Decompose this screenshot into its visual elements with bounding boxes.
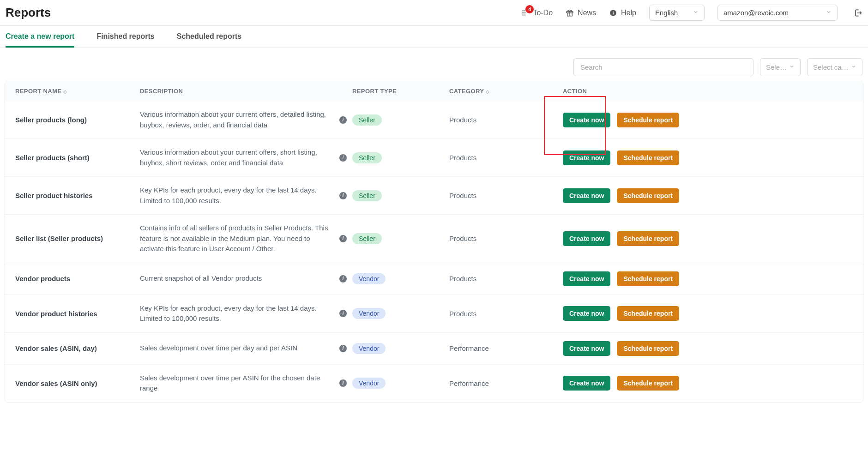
filter-select-1-value: Sele… <box>766 63 787 71</box>
report-type-tag: Vendor <box>352 378 386 389</box>
create-now-button[interactable]: Create now <box>563 376 610 391</box>
schedule-report-button[interactable]: Schedule report <box>617 341 679 356</box>
schedule-report-button[interactable]: Schedule report <box>617 376 679 391</box>
info-icon[interactable]: i <box>339 310 347 317</box>
sort-icon: ◇ <box>63 89 67 94</box>
schedule-report-button[interactable]: Schedule report <box>617 188 679 203</box>
create-now-button[interactable]: Create now <box>563 188 610 203</box>
chevron-down-icon <box>851 64 856 71</box>
report-type-tag: Seller <box>352 233 382 244</box>
chevron-down-icon <box>826 9 832 16</box>
search-input[interactable] <box>573 58 753 76</box>
schedule-report-button[interactable]: Schedule report <box>617 113 679 127</box>
create-now-button[interactable]: Create now <box>563 150 610 165</box>
col-header-name[interactable]: REPORT NAME◇ <box>11 88 140 95</box>
logout-icon[interactable] <box>853 8 862 18</box>
filter-select-2[interactable]: Select ca… <box>807 58 862 76</box>
report-category: Products <box>449 192 563 199</box>
info-icon[interactable]: i <box>339 154 347 162</box>
info-icon[interactable]: i <box>339 345 347 352</box>
account-value: amazon@revoic.com <box>723 9 789 17</box>
info-icon[interactable]: i <box>339 192 347 199</box>
tab-finished-reports[interactable]: Finished reports <box>96 32 154 48</box>
help-link[interactable]: i Help <box>609 9 636 17</box>
tab-scheduled-reports[interactable]: Scheduled reports <box>177 32 241 48</box>
report-description: Various information about your current o… <box>140 147 334 168</box>
col-header-category[interactable]: CATEGORY◇ <box>449 88 563 95</box>
col-header-action: ACTION <box>563 88 857 95</box>
sort-icon: ◇ <box>486 89 489 94</box>
info-icon[interactable]: i <box>339 116 347 124</box>
gift-icon <box>566 9 574 17</box>
report-type-tag: Seller <box>352 152 382 163</box>
chevron-down-icon <box>693 9 699 16</box>
table-row: Seller products (long)Various informatio… <box>5 101 863 139</box>
create-now-button[interactable]: Create now <box>563 341 610 356</box>
tab-create-report[interactable]: Create a new report <box>6 32 74 48</box>
report-type-tag: Vendor <box>352 308 386 319</box>
create-now-button[interactable]: Create now <box>563 113 610 127</box>
todo-badge: 4 <box>525 5 534 13</box>
table-row: Seller list (Seller products)Contains in… <box>5 215 863 263</box>
info-icon[interactable]: i <box>339 275 347 283</box>
report-category: Products <box>449 116 563 124</box>
language-select[interactable]: English <box>649 5 705 21</box>
report-name: Vendor products <box>11 275 140 283</box>
create-now-button[interactable]: Create now <box>563 306 610 321</box>
table-row: Vendor productsCurrent snapshot of all V… <box>5 263 863 295</box>
report-name: Seller product histories <box>11 192 140 199</box>
schedule-report-button[interactable]: Schedule report <box>617 150 679 165</box>
report-category: Products <box>449 310 563 318</box>
report-category: Performance <box>449 379 563 387</box>
info-icon[interactable]: i <box>339 235 347 242</box>
report-type-tag: Seller <box>352 114 382 126</box>
schedule-report-button[interactable]: Schedule report <box>617 271 679 286</box>
report-description: Sales development over time per day and … <box>140 343 334 354</box>
report-name: Vendor sales (ASIN only) <box>11 379 140 387</box>
chevron-down-icon <box>789 64 795 71</box>
table-row: Vendor sales (ASIN, day)Sales developmen… <box>5 333 863 365</box>
filter-select-2-value: Select ca… <box>813 63 849 71</box>
report-description: Various information about your current o… <box>140 109 334 130</box>
table-header: REPORT NAME◇ DESCRIPTION REPORT TYPE CAT… <box>5 81 863 101</box>
report-category: Products <box>449 154 563 162</box>
todo-icon: 4 <box>521 9 529 17</box>
report-category: Products <box>449 275 563 283</box>
report-description: Key KPIs for each product, every day for… <box>140 185 334 206</box>
col-header-type: REPORT TYPE <box>352 88 449 95</box>
account-select[interactable]: amazon@revoic.com <box>717 5 838 21</box>
schedule-report-button[interactable]: Schedule report <box>617 306 679 321</box>
news-label: News <box>578 9 596 17</box>
todo-link[interactable]: 4 To-Do <box>521 9 553 17</box>
report-name: Vendor product histories <box>11 310 140 318</box>
reports-table: REPORT NAME◇ DESCRIPTION REPORT TYPE CAT… <box>5 81 863 403</box>
table-row: Seller product historiesKey KPIs for eac… <box>5 177 863 215</box>
report-category: Products <box>449 235 563 242</box>
report-description: Sales development over time per ASIN for… <box>140 373 334 394</box>
create-now-button[interactable]: Create now <box>563 231 610 246</box>
filter-select-1[interactable]: Sele… <box>760 58 801 76</box>
info-icon[interactable]: i <box>339 379 347 387</box>
report-type-tag: Vendor <box>352 273 386 284</box>
report-type-tag: Vendor <box>352 343 386 354</box>
help-label: Help <box>621 9 636 17</box>
page-title: Reports <box>6 6 51 20</box>
svg-text:i: i <box>613 10 614 15</box>
table-row: Vendor sales (ASIN only)Sales developmen… <box>5 365 863 402</box>
language-value: English <box>655 9 678 17</box>
report-category: Performance <box>449 344 563 352</box>
col-header-desc: DESCRIPTION <box>140 88 352 95</box>
table-row: Seller products (short)Various informati… <box>5 139 863 177</box>
news-link[interactable]: News <box>566 9 596 17</box>
todo-label: To-Do <box>533 9 553 17</box>
report-name: Vendor sales (ASIN, day) <box>11 344 140 352</box>
report-name: Seller products (short) <box>11 154 140 162</box>
report-type-tag: Seller <box>352 190 382 201</box>
schedule-report-button[interactable]: Schedule report <box>617 231 679 246</box>
report-description: Contains info of all sellers of products… <box>140 223 334 254</box>
create-now-button[interactable]: Create now <box>563 271 610 286</box>
info-icon: i <box>609 9 617 17</box>
report-description: Key KPIs for each product, every day for… <box>140 303 334 324</box>
report-description: Current snapshot of all Vendor products <box>140 273 334 284</box>
report-name: Seller list (Seller products) <box>11 235 140 242</box>
